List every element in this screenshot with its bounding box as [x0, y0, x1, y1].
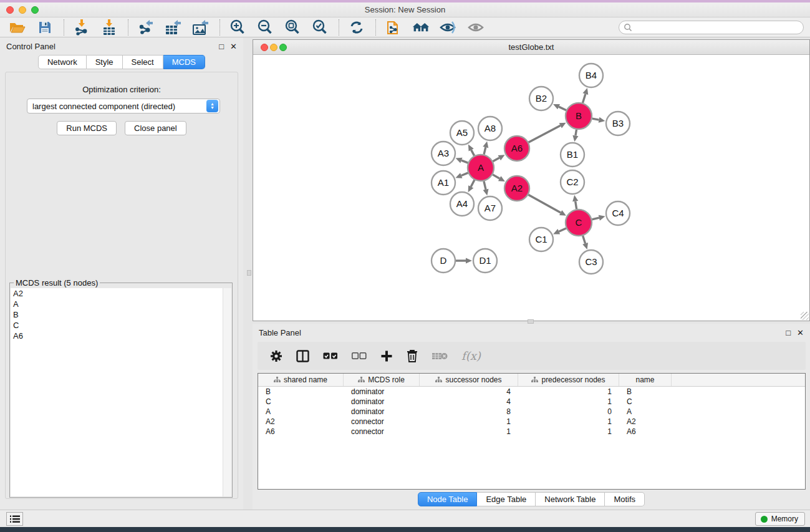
delete-table-button[interactable] — [432, 351, 448, 361]
criterion-select[interactable]: largest connected component (directed) ▲… — [27, 99, 220, 114]
refresh-layout-button[interactable] — [348, 19, 365, 36]
mcds-result-item[interactable]: B — [11, 309, 223, 320]
table-cell[interactable]: dominator — [344, 397, 420, 407]
graph-node-C2[interactable]: C2 — [561, 170, 584, 194]
tab-network-table[interactable]: Network Table — [536, 492, 605, 506]
home-view-button[interactable] — [412, 19, 430, 36]
graph-edge-C-C2[interactable] — [572, 195, 578, 210]
close-table-panel-icon[interactable]: ✕ — [797, 328, 804, 337]
column-header-shared-name[interactable]: shared name — [258, 374, 344, 386]
graph-edge-A2-C[interactable] — [528, 195, 566, 216]
add-column-button[interactable] — [380, 350, 393, 362]
column-header-successor-nodes[interactable]: successor nodes — [420, 374, 518, 386]
graph-node-A4[interactable]: A4 — [450, 192, 474, 216]
close-panel-button[interactable]: Close panel — [125, 121, 186, 135]
table-row[interactable]: A6connector11A6 — [258, 427, 805, 437]
import-network-button[interactable] — [73, 19, 90, 36]
graph-edge-A-A8[interactable] — [483, 141, 488, 154]
network-canvas[interactable]: AA1A3A5A8A4A7A6A2BB2B4B3B1CC2C4C1C3DD1 — [253, 56, 809, 321]
graph-edge-A-A7[interactable] — [483, 181, 489, 195]
graph-edge-A-A3[interactable] — [456, 158, 468, 163]
graph-edge-A-A4[interactable] — [468, 180, 475, 193]
tab-network[interactable]: Network — [38, 55, 87, 69]
table-cell[interactable]: dominator — [344, 387, 420, 397]
graph-edge-C-C1[interactable] — [553, 228, 566, 234]
select-all-rows-button[interactable] — [323, 352, 338, 360]
mcds-result-item[interactable]: C — [11, 320, 223, 331]
table-cell[interactable]: 1 — [518, 387, 619, 397]
graph-node-A[interactable]: A — [468, 155, 494, 181]
zoom-in-button[interactable] — [229, 19, 246, 36]
new-network-button[interactable] — [385, 19, 402, 36]
table-options-button[interactable] — [270, 350, 282, 362]
close-panel-icon[interactable]: ✕ — [230, 42, 237, 51]
graph-node-C1[interactable]: C1 — [529, 228, 553, 251]
zoom-out-button[interactable] — [256, 19, 274, 36]
tab-style[interactable]: Style — [87, 55, 123, 69]
table-cell[interactable]: 0 — [518, 407, 619, 417]
table-cell[interactable]: A — [258, 407, 344, 417]
table-cell[interactable]: B — [258, 387, 344, 397]
graph-node-A2[interactable]: A2 — [504, 176, 529, 201]
network-graph[interactable]: AA1A3A5A8A4A7A6A2BB2B4B3B1CC2C4C1C3DD1 — [253, 56, 809, 321]
table-cell[interactable]: 1 — [518, 397, 619, 407]
table-cell[interactable]: 1 — [518, 427, 619, 437]
toolbar-search[interactable] — [619, 21, 804, 34]
zoom-fit-button[interactable] — [284, 19, 301, 36]
table-row[interactable]: Bdominator41B — [258, 387, 805, 397]
vertical-splitter-grip[interactable] — [247, 270, 251, 276]
deselect-all-rows-button[interactable] — [352, 352, 367, 360]
table-cell[interactable]: 1 — [420, 427, 518, 437]
graph-edge-B-B1[interactable] — [572, 130, 578, 142]
graph-node-A8[interactable]: A8 — [478, 117, 502, 140]
hide-graphics-details-button[interactable] — [440, 19, 457, 36]
graph-node-A5[interactable]: A5 — [450, 121, 474, 145]
graph-node-D1[interactable]: D1 — [473, 249, 497, 273]
node-table[interactable]: shared nameMCDS rolesuccessor nodesprede… — [258, 373, 806, 490]
mcds-result-item[interactable]: A2 — [11, 288, 223, 299]
table-cell[interactable]: A2 — [258, 417, 344, 427]
network-window-titlebar[interactable]: testGlobe.txt — [253, 40, 809, 55]
graph-edge-B-B2[interactable] — [553, 104, 566, 110]
export-image-button[interactable] — [192, 19, 210, 36]
horizontal-splitter-grip[interactable] — [528, 319, 534, 324]
table-cell[interactable]: B — [619, 387, 672, 397]
graph-edge-A-A1[interactable] — [455, 173, 468, 178]
table-row[interactable]: Cdominator41C — [258, 397, 805, 407]
memory-button[interactable]: Memory — [755, 512, 805, 526]
graph-node-A6[interactable]: A6 — [504, 136, 529, 161]
graph-node-C3[interactable]: C3 — [579, 250, 603, 274]
graph-node-A1[interactable]: A1 — [432, 171, 455, 195]
table-cell[interactable]: 4 — [420, 397, 518, 407]
graph-edge-B-B3[interactable] — [592, 117, 605, 123]
column-header-predecessor-nodes[interactable]: predecessor nodes — [518, 374, 619, 386]
window-resize-grip[interactable] — [801, 312, 809, 320]
delete-columns-button[interactable] — [407, 349, 418, 362]
function-builder-button[interactable]: f(x) — [461, 349, 481, 362]
graph-node-B1[interactable]: B1 — [561, 143, 584, 167]
save-session-button[interactable] — [36, 19, 54, 36]
table-cell[interactable]: A6 — [258, 427, 344, 437]
task-history-button[interactable] — [6, 512, 23, 526]
graph-edge-A-A5[interactable] — [468, 145, 475, 156]
graph-edge-B-B4[interactable] — [582, 88, 588, 103]
mcds-result-item[interactable]: A — [11, 299, 223, 309]
table-cell[interactable]: A2 — [619, 417, 672, 427]
graph-edge-C-C4[interactable] — [592, 215, 605, 221]
table-cell[interactable]: 1 — [420, 417, 518, 427]
search-input[interactable] — [632, 23, 803, 32]
float-table-panel-icon[interactable]: □ — [786, 328, 791, 337]
table-cell[interactable]: connector — [344, 427, 420, 437]
float-panel-icon[interactable]: □ — [219, 42, 224, 51]
tab-motifs[interactable]: Motifs — [605, 492, 645, 506]
column-header-name[interactable]: name — [619, 374, 672, 386]
tab-select[interactable]: Select — [123, 55, 163, 69]
graph-edge-A-A6[interactable] — [493, 155, 504, 161]
graph-edge-D-D1[interactable] — [456, 258, 472, 263]
mcds-result-item[interactable]: A6 — [11, 331, 223, 341]
graph-node-D[interactable]: D — [432, 249, 455, 273]
column-header-MCDS-role[interactable]: MCDS role — [344, 374, 420, 386]
graph-node-A7[interactable]: A7 — [478, 196, 502, 220]
graph-node-B4[interactable]: B4 — [579, 64, 603, 87]
graph-node-B2[interactable]: B2 — [529, 87, 553, 110]
